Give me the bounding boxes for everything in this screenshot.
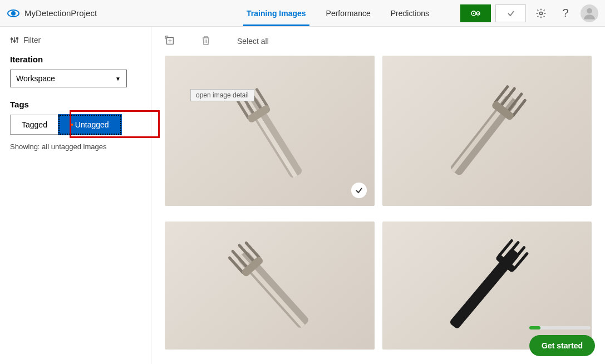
svg-point-5 xyxy=(478,13,479,14)
sliders-icon xyxy=(10,36,19,45)
tag-filter-segmented: Tagged •Untagged xyxy=(10,115,121,135)
filter-label: Filter xyxy=(23,36,41,45)
tab-label: Predictions xyxy=(391,9,429,18)
add-image-icon xyxy=(165,36,175,46)
iteration-dropdown[interactable]: Workspace ▼ xyxy=(10,70,127,87)
dropdown-value: Workspace xyxy=(16,74,55,83)
svg-rect-28 xyxy=(449,248,520,329)
filter-button[interactable]: Filter xyxy=(10,36,141,45)
untagged-button[interactable]: •Untagged xyxy=(58,115,121,135)
gallery-toolbar: Select all xyxy=(151,27,605,56)
svg-point-1 xyxy=(12,12,15,15)
seg-label: Untagged xyxy=(75,120,109,129)
onboarding-progress xyxy=(529,326,591,329)
image-thumbnail[interactable] xyxy=(165,222,375,350)
iteration-heading: Iteration xyxy=(10,55,141,64)
trash-icon xyxy=(201,36,210,46)
nav-tabs: Training Images Performance Predictions xyxy=(237,0,439,26)
checkmark-icon xyxy=(355,186,363,194)
app-header: MyDetectionProject Training Images Perfo… xyxy=(0,0,605,27)
fork-image-icon xyxy=(382,56,592,206)
tags-heading: Tags xyxy=(10,100,141,109)
tab-performance[interactable]: Performance xyxy=(316,0,381,26)
gears-icon xyxy=(470,9,482,18)
sidebar: Filter Iteration Workspace ▼ Tags Tagged… xyxy=(0,27,151,364)
select-check-button[interactable] xyxy=(351,183,367,198)
progress-bar-fill xyxy=(529,326,540,329)
image-thumbnail[interactable] xyxy=(382,222,592,350)
eye-logo-icon xyxy=(7,7,20,20)
settings-button[interactable] xyxy=(532,4,550,23)
person-icon xyxy=(582,6,597,21)
fork-image-icon xyxy=(165,56,375,206)
quick-test-button[interactable] xyxy=(495,4,526,22)
seg-label: Tagged xyxy=(22,120,47,129)
tagged-button[interactable]: Tagged xyxy=(10,115,58,135)
svg-point-11 xyxy=(14,41,16,42)
image-tooltip: open image detail xyxy=(190,89,254,101)
svg-point-9 xyxy=(11,38,13,40)
svg-point-7 xyxy=(587,8,592,13)
svg-point-6 xyxy=(540,12,543,14)
question-icon: ? xyxy=(562,7,568,19)
image-gallery: open image detail xyxy=(151,56,605,364)
main-panel: Select all open image detail xyxy=(151,27,605,364)
chevron-down-icon: ▼ xyxy=(115,76,121,82)
add-images-button[interactable] xyxy=(165,36,175,47)
delete-button[interactable] xyxy=(201,36,210,47)
fork-image-icon xyxy=(165,222,375,350)
checkmark-icon xyxy=(506,9,515,18)
image-thumbnail[interactable]: open image detail xyxy=(165,56,375,206)
tab-training-images[interactable]: Training Images xyxy=(237,0,316,26)
svg-rect-20 xyxy=(247,100,298,178)
train-button[interactable] xyxy=(460,4,491,22)
help-button[interactable]: ? xyxy=(556,4,575,23)
gear-icon xyxy=(535,8,547,19)
get-started-button[interactable]: Get started xyxy=(529,335,595,356)
user-avatar[interactable] xyxy=(581,4,598,22)
fork-image-icon xyxy=(382,222,592,350)
select-all-button[interactable]: Select all xyxy=(237,37,269,46)
tab-label: Performance xyxy=(326,9,371,18)
image-thumbnail[interactable] xyxy=(382,56,592,206)
showing-text: Showing: all untagged images xyxy=(10,142,141,151)
project-name: MyDetectionProject xyxy=(24,8,97,18)
tab-label: Training Images xyxy=(247,9,306,18)
indicator-dot-icon: • xyxy=(71,120,73,129)
tab-predictions[interactable]: Predictions xyxy=(381,0,439,26)
svg-point-13 xyxy=(17,38,18,40)
svg-point-3 xyxy=(473,12,474,14)
